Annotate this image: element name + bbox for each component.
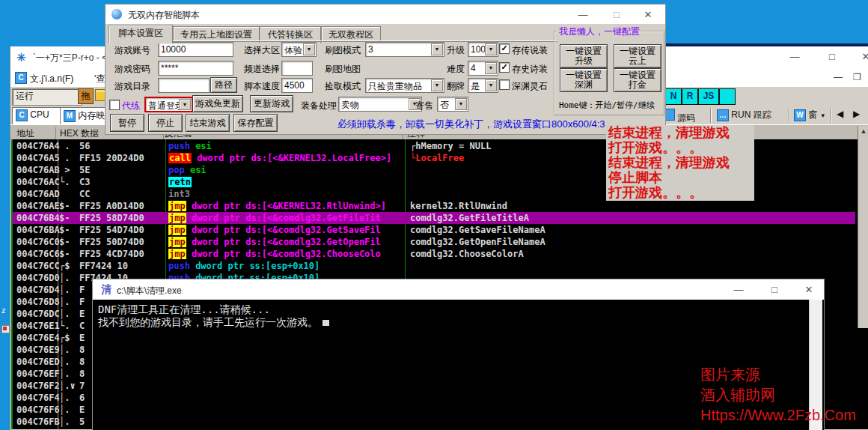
chevron-down-icon[interactable]: ▼	[485, 43, 497, 55]
pickup-select[interactable]: 只捡贵重物品▼	[365, 78, 444, 93]
minimize-button[interactable]: —	[729, 284, 748, 295]
chevron-down-icon[interactable]: ▼	[431, 79, 443, 91]
chevron-down-icon[interactable]: ▼	[485, 79, 497, 91]
no-update-button[interactable]: 游戏免更新	[192, 95, 243, 112]
tab-1[interactable]: 脚本设置区	[109, 25, 173, 43]
difficulty-select[interactable]: 4▼	[468, 61, 498, 76]
path-button[interactable]: 路径	[210, 77, 237, 93]
equip-select[interactable]: 卖物▼	[338, 97, 422, 112]
mnemonic: jmp	[168, 201, 186, 211]
run-trace-label: RUN 跟踪	[731, 109, 771, 120]
upgrade-select[interactable]: 100▼	[468, 42, 498, 57]
speed-input[interactable]: 4500	[281, 78, 313, 93]
disasm-hex: E	[79, 333, 85, 343]
run-status-label: 运行	[12, 88, 82, 106]
disasm-row[interactable]: 004C76AE$-FF25 A0D14D0jmp dword ptr ds:[…	[13, 200, 855, 212]
disasm-row[interactable]: 004C76C0$-FF25 50D74D0jmp dword ptr ds:[…	[13, 236, 855, 248]
toolbar-button-r[interactable]: R	[682, 88, 698, 105]
pause-button[interactable]: 暂停	[110, 114, 144, 132]
script-titlebar[interactable]: 无双内存智能脚本 — □ ✕	[106, 4, 665, 24]
toolbar-button-js[interactable]: JS	[698, 88, 719, 105]
account-input[interactable]: 10000	[158, 42, 233, 57]
disasm-address: 004C76A4	[16, 141, 60, 151]
operands: esi	[190, 141, 212, 151]
mnemonic: call	[168, 153, 192, 163]
chevron-down-icon[interactable]: ▼	[431, 43, 443, 55]
console-titlebar[interactable]: 清 c:\脚本\清理.exe — □ ✕	[93, 279, 824, 300]
disasm-address: 004C76AD	[16, 189, 60, 199]
tab-run-trace[interactable]: … RUN 跟踪	[717, 109, 771, 121]
vertical-scrollbar[interactable]: ▲	[858, 126, 868, 328]
login-mode-select[interactable]: 普通登录▼	[144, 97, 193, 112]
quick-button-2[interactable]: 一键设置云上	[614, 44, 661, 68]
disasm-flag: $-	[59, 249, 70, 259]
toolbar-button-n[interactable]: N	[665, 88, 682, 105]
watermark-line: 酒入辅助网	[700, 385, 856, 405]
chevron-down-icon[interactable]: ▼	[179, 99, 191, 110]
disasm-row[interactable]: 004C76C6$-FF25 4CD74D0jmp dword ptr ds:[…	[13, 248, 855, 260]
console-app-icon: 清	[101, 283, 111, 297]
disasm-comment: comdlg32.GetFileTitleA	[410, 213, 529, 223]
desktop-app-icon[interactable]	[1, 325, 10, 333]
disasm-row[interactable]: 004C76CC┌$FF7424 10push dword ptr ss:[es…	[13, 260, 855, 272]
maximize-button[interactable]: □	[822, 51, 842, 62]
flip-select[interactable]: 是▼	[468, 78, 498, 93]
mdi-minimize-icon[interactable]: —	[834, 72, 843, 82]
file-menu-icon[interactable]: C	[15, 72, 27, 84]
mdi-restore-icon[interactable]: ❐	[853, 72, 861, 82]
disasm-comment: comdlg32.GetOpenFileNameA	[410, 237, 545, 247]
close-button[interactable]: ✕	[638, 9, 658, 20]
consign-select[interactable]: 否▼	[437, 97, 468, 112]
update-button[interactable]: 更新游戏	[250, 95, 293, 112]
chevron-down-icon[interactable]: ▼	[303, 43, 315, 55]
disasm-address: 004C76FB	[16, 417, 60, 427]
quick-button-1[interactable]: 一键设置升级	[560, 44, 608, 68]
disasm-comment: ┌hMemory = NULL	[410, 141, 491, 151]
disasm-flag: $-	[59, 225, 70, 235]
mode-select[interactable]: 3▼	[365, 42, 444, 57]
tab-windows[interactable]: W 窗 ▼	[794, 109, 826, 121]
disasm-text: jmp dword ptr ds:[<&comdlg32.GetSaveFil	[168, 225, 381, 235]
log-line: 结束进程，清理游戏	[606, 125, 754, 140]
proxy-checkbox[interactable]	[109, 100, 120, 110]
scroll-up-icon[interactable]: ▲	[858, 127, 868, 135]
minimize-button[interactable]: —	[785, 51, 804, 62]
minimize-button[interactable]: —	[573, 9, 593, 20]
password-label: 游戏密码	[114, 63, 150, 76]
maximize-button[interactable]: □	[607, 9, 626, 20]
disasm-hex: 8	[79, 369, 85, 379]
close-button[interactable]: ✕	[856, 51, 868, 62]
chevron-down-icon[interactable]: ▼	[455, 98, 467, 110]
dir-input[interactable]	[158, 78, 210, 93]
tab-source[interactable]: 源码	[663, 109, 695, 124]
save-legend-label: 存传说装	[512, 44, 548, 57]
text-cursor	[323, 320, 329, 326]
maximize-button[interactable]: □	[765, 284, 784, 295]
region-select[interactable]: 体验▼	[281, 42, 317, 57]
save-config-button[interactable]: 保存配置	[233, 114, 278, 132]
console-title: c:\脚本\清理.exe	[117, 285, 182, 297]
tab-cpu[interactable]: C CPU	[12, 107, 61, 126]
prev-page-icon[interactable]: ◀	[837, 109, 843, 119]
next-page-icon[interactable]: ▶	[853, 109, 860, 119]
password-input[interactable]: *****	[158, 61, 233, 76]
abyss-checkbox[interactable]	[499, 79, 510, 90]
end-game-button[interactable]: 结束游戏	[186, 114, 230, 132]
toolbar-extra-button[interactable]	[719, 88, 736, 105]
menu-item-file[interactable]: 文.j'i.a.n(F)	[30, 73, 73, 85]
cpu-tab-label: CPU	[30, 109, 49, 120]
disasm-row[interactable]: 004C76B4$-FF25 58D74D0jmp dword ptr ds:[…	[13, 212, 855, 224]
stop-button[interactable]: 停止	[148, 114, 183, 132]
channel-input[interactable]	[281, 61, 313, 76]
desktop-icon-z[interactable]: z	[1, 306, 6, 315]
quick-button-3[interactable]: 一键设置深渊	[560, 68, 608, 92]
quick-button-4[interactable]: 一键设置打金	[614, 68, 661, 92]
disasm-row[interactable]: 004C76BA$-FF25 54D74D0jmp dword ptr ds:[…	[13, 224, 855, 236]
chevron-down-icon[interactable]: ▼	[485, 62, 497, 74]
save-epic-checkbox[interactable]: ✓	[499, 62, 510, 73]
disasm-address: 004C76AB	[16, 165, 60, 175]
save-legend-checkbox[interactable]: ✓	[499, 43, 510, 54]
disasm-flag: .	[59, 153, 70, 163]
drag-tool-icon[interactable]: 拖	[78, 88, 94, 104]
close-button[interactable]: ✕	[799, 284, 819, 295]
